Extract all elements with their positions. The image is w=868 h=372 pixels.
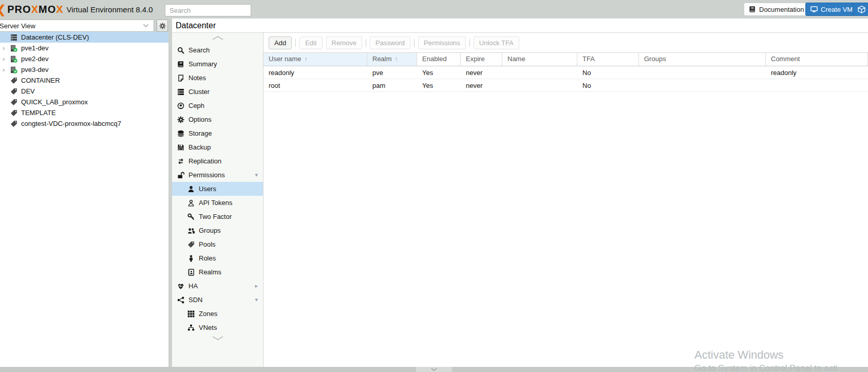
tag-icon: [9, 109, 18, 117]
menu-item-storage[interactable]: Storage: [172, 126, 263, 140]
menu-item-vnets[interactable]: VNets: [172, 321, 263, 332]
tree-item-template[interactable]: TEMPLATE: [0, 107, 168, 118]
tree-item-quick-lab-proxmox[interactable]: QUICK_LAB_proxmox: [0, 97, 168, 107]
proxmox-app: ❮ PROXMOX Virtual Environment 8.4.0 Docu…: [0, 0, 868, 372]
cluster-icon: [177, 88, 185, 96]
documentation-button[interactable]: Documentation: [744, 3, 809, 16]
expander-icon[interactable]: ›: [3, 64, 9, 75]
tree-item-dev[interactable]: DEV: [0, 86, 168, 97]
users-panel: AddEditRemovePasswordPermissionsUnlock T…: [263, 33, 868, 367]
caret-down-icon: ▾: [255, 172, 258, 178]
caret-down-icon: ▾: [255, 296, 258, 303]
toolbar-separator: [366, 39, 366, 47]
tree-item-label: CONTAINER: [21, 77, 60, 84]
menu-item-label: Ceph: [188, 102, 204, 109]
menu-item-backup[interactable]: Backup: [172, 140, 263, 154]
chevron-down-icon: [143, 24, 149, 28]
address-book-icon: [187, 269, 195, 276]
view-selector[interactable]: Server View: [0, 20, 154, 32]
grid-icon: [187, 310, 195, 318]
column-header-groups[interactable]: Groups: [639, 53, 766, 66]
tree-item-datacenter-cls-dev-[interactable]: Datacenter (CLS-DEV): [0, 32, 168, 43]
menu-item-label: Permissions: [188, 171, 225, 179]
edit-button[interactable]: Edit: [299, 36, 322, 49]
menu-item-label: Notes: [188, 74, 206, 82]
menu-item-pools[interactable]: Pools: [172, 237, 263, 251]
menu-scroll-up[interactable]: [172, 34, 263, 42]
tree-item-label: pve1-dev: [21, 44, 48, 52]
column-header-expire[interactable]: Expire: [461, 53, 502, 66]
page-title: Datacenter: [176, 21, 216, 30]
global-search-input[interactable]: [165, 4, 251, 16]
expander-icon[interactable]: ›: [3, 43, 9, 53]
column-header-label: TFA: [582, 55, 595, 63]
column-header-realm[interactable]: Realm↑: [367, 53, 417, 66]
expander-icon[interactable]: ›: [3, 53, 9, 64]
menu-item-realms[interactable]: Realms: [172, 265, 263, 279]
column-header-name[interactable]: Name: [502, 53, 577, 66]
tree-item-congtest-vdc-proxmox-labcmcq7[interactable]: congtest-VDC-proxmox-labcmcq7: [0, 118, 168, 129]
unlock-tfa-button[interactable]: Unlock TFA: [474, 36, 519, 49]
menu-item-search[interactable]: Search: [172, 43, 263, 57]
tree-item-pve1-dev[interactable]: ›pve1-dev: [0, 43, 168, 53]
monitor-icon: [810, 6, 818, 13]
menu-item-two-factor[interactable]: Two Factor: [172, 210, 263, 224]
caret-right-icon: ▸: [255, 283, 258, 289]
menu-item-label: Groups: [199, 227, 221, 234]
menu-item-permissions[interactable]: Permissions▾: [172, 168, 263, 182]
sdn-icon: [177, 296, 185, 304]
tag-icon: [9, 120, 18, 127]
cell-expire: never: [461, 69, 502, 77]
table-row-readonly[interactable]: readonlypveYesneverNoreadonly: [263, 66, 868, 79]
tag-icon: [9, 77, 18, 84]
logo-wordmark: PROXMOX: [7, 4, 63, 15]
tree-item-pve3-dev[interactable]: ›pve3-dev: [0, 64, 168, 75]
column-header-enabled[interactable]: Enabled: [417, 53, 461, 66]
column-header-user-name[interactable]: User name↑: [263, 53, 367, 66]
column-header-tfa[interactable]: TFA: [577, 53, 639, 66]
menu-item-notes[interactable]: Notes: [172, 71, 263, 85]
menu-item-label: Roles: [199, 254, 216, 262]
tag-icon: [187, 241, 195, 248]
node-icon: [9, 66, 18, 73]
password-button[interactable]: Password: [370, 36, 410, 49]
network-icon: [187, 324, 195, 331]
menu-item-summary[interactable]: Summary: [172, 57, 263, 71]
menu-scroll-down[interactable]: [172, 334, 263, 342]
create-ct-button[interactable]: [853, 3, 868, 16]
datacenter-menu: SearchSummaryNotesClusterCephOptionsStor…: [172, 33, 263, 367]
tree-item-pve2-dev[interactable]: ›pve2-dev: [0, 53, 168, 64]
menu-item-api-tokens[interactable]: API Tokens: [172, 196, 263, 210]
menu-item-sdn[interactable]: SDN▾: [172, 293, 263, 307]
column-header-comment[interactable]: Comment: [766, 53, 868, 66]
users-icon: [187, 227, 195, 234]
menu-item-replication[interactable]: Replication: [172, 154, 263, 168]
view-selector-value: Server View: [0, 22, 35, 30]
column-header-label: User name: [269, 55, 301, 63]
create-vm-button[interactable]: Create VM: [805, 3, 858, 16]
remove-button[interactable]: Remove: [326, 36, 362, 49]
tree-settings-button[interactable]: [157, 20, 168, 32]
menu-item-roles[interactable]: Roles: [172, 251, 263, 265]
menu-item-ha[interactable]: HA▸: [172, 279, 263, 293]
menu-item-ceph[interactable]: Ceph: [172, 99, 263, 113]
column-header-label: Enabled: [422, 55, 447, 63]
menu-item-cluster[interactable]: Cluster: [172, 85, 263, 99]
menu-item-label: Users: [199, 185, 216, 193]
cell-realm: pve: [367, 69, 417, 77]
log-panel-splitter[interactable]: [0, 367, 868, 372]
menu-item-groups[interactable]: Groups: [172, 224, 263, 237]
column-header-label: Groups: [644, 55, 666, 63]
menu-item-zones[interactable]: Zones: [172, 307, 263, 321]
log-panel-collapse-handle[interactable]: [416, 367, 452, 372]
add-button[interactable]: Add: [269, 36, 292, 49]
cell-enabled: Yes: [417, 69, 461, 77]
cell-user-name: root: [263, 82, 367, 89]
menu-item-users[interactable]: Users: [172, 182, 263, 196]
menu-list: SearchSummaryNotesClusterCephOptionsStor…: [172, 43, 263, 332]
menu-item-options[interactable]: Options: [172, 113, 263, 126]
permissions-button[interactable]: Permissions: [418, 36, 466, 49]
tree-item-container[interactable]: CONTAINER: [0, 75, 168, 86]
key-icon: [187, 213, 195, 220]
table-row-root[interactable]: rootpamYesneverNo: [263, 79, 868, 92]
